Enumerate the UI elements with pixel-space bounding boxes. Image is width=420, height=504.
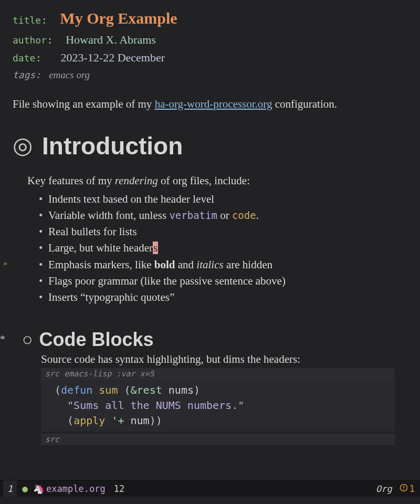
fringe-indicator-icon: » xyxy=(3,259,7,267)
document-author: Howard X. Abrams xyxy=(66,33,156,46)
heading-introduction[interactable]: ◎ Introduction xyxy=(13,132,407,160)
heading-bullet-icon: ○ xyxy=(22,331,33,349)
feature-list: Indents text based on the header level V… xyxy=(39,191,407,306)
config-link[interactable]: ha-org-word-processor.org xyxy=(155,98,272,110)
modeline-filename[interactable]: example.org xyxy=(46,484,106,494)
metadata-author-line: author: Howard X. Abrams xyxy=(13,31,407,49)
document-date: 2023-12-22 December xyxy=(61,51,165,64)
modeline[interactable]: 1 ● 🦄 example.org 12 Org 1 xyxy=(0,480,420,497)
modeline-window-number[interactable]: 1 xyxy=(3,480,17,497)
intro-body: Key features of my rendering of org file… xyxy=(27,173,407,306)
list-item: Large, but white headers xyxy=(39,240,407,256)
modeline-warning-count[interactable]: 1 xyxy=(408,484,417,494)
meta-key-title: title xyxy=(13,15,41,26)
meta-key-date: date xyxy=(13,52,35,64)
modeline-major-mode[interactable]: Org xyxy=(376,484,400,494)
list-item: Real bullets for lists xyxy=(39,224,407,240)
heading-star-icon: * xyxy=(0,333,5,345)
src-block-header: src emacs-lisp :var x=5 xyxy=(41,368,395,380)
meta-key-author: author xyxy=(13,35,47,46)
list-item: Emphasis markers, like bold and italics … xyxy=(39,257,407,273)
metadata-tags-line: tags: emacs org xyxy=(13,67,407,83)
src-block-body[interactable]: (defun sum (&rest nums) "Sums all the NU… xyxy=(41,380,395,432)
heading-bullet-icon: ◎ xyxy=(13,134,33,158)
code-text: code xyxy=(232,209,256,221)
svg-rect-2 xyxy=(403,489,404,490)
document-title: My Org Example xyxy=(60,9,177,27)
list-item: Flags poor grammar (like the passive sen… xyxy=(39,273,407,289)
modified-indicator-icon: ● xyxy=(17,483,33,494)
verbatim-text: verbatim xyxy=(169,209,217,221)
metadata-date-line: date: 2023-12-22 December xyxy=(13,49,407,67)
unicorn-icon: 🦄 xyxy=(33,484,46,494)
list-item: Inserts “typographic quotes” xyxy=(39,289,407,306)
svg-rect-1 xyxy=(403,486,404,488)
text-cursor: s xyxy=(153,242,158,254)
modeline-column: 12 xyxy=(106,484,124,494)
list-item: Variable width font, unless verbatim or … xyxy=(39,207,407,224)
minibuffer[interactable] xyxy=(0,497,420,504)
list-item: Indents text based on the header level xyxy=(39,191,407,207)
warning-icon[interactable] xyxy=(400,484,408,494)
src-block-footer: src xyxy=(41,434,395,445)
intro-paragraph: File showing an example of my ha-org-wor… xyxy=(13,98,407,111)
meta-key-tags: tags: xyxy=(13,69,41,80)
heading-code-blocks[interactable]: * ○ Code Blocks xyxy=(13,329,407,351)
code-blocks-lead: Source code has syntax highlighting, but… xyxy=(41,353,407,366)
editor-buffer[interactable]: title: My Org Example author: Howard X. … xyxy=(0,0,420,504)
metadata-title-line: title: My Org Example xyxy=(13,6,407,31)
document-tags: emacs org xyxy=(49,69,90,80)
